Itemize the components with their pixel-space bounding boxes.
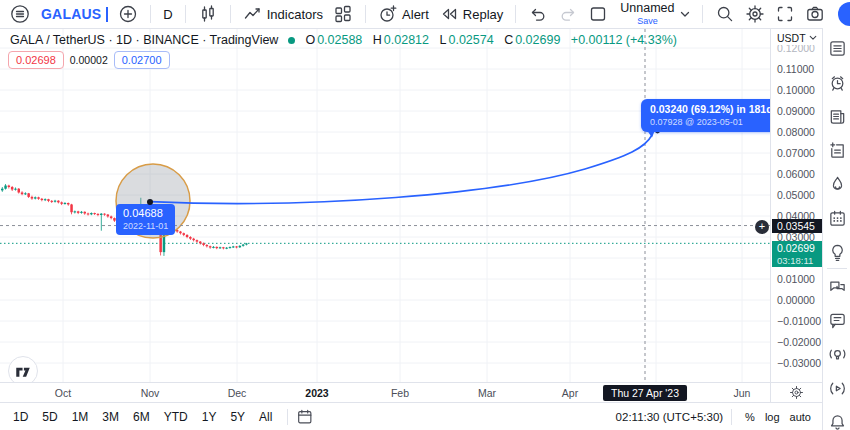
layout-name-block: Unnamed Save [620, 2, 674, 26]
percent-scale-button[interactable]: % [740, 409, 760, 425]
calendar-icon[interactable] [827, 208, 847, 228]
time-axis[interactable]: OctNovDec2023FebMarAprJun Thu 27 Apr '23 [0, 382, 770, 402]
candle-body [34, 197, 37, 198]
candle-body [245, 244, 248, 245]
candle-body [80, 212, 83, 213]
candle-body [4, 186, 7, 189]
hotlists-icon[interactable] [827, 174, 847, 194]
log-scale-button[interactable]: log [760, 409, 785, 425]
candle-body [37, 197, 40, 198]
price-axis-label: 0.00000 [777, 294, 815, 306]
quick-search-button[interactable] [710, 2, 740, 26]
crosshair-price-badge: 0.03545 [772, 219, 822, 233]
time-axis-label: Dec [228, 387, 247, 399]
toolbar-divider [287, 409, 288, 425]
range-button-6m[interactable]: 6M [126, 407, 157, 427]
main-menu-button[interactable] [4, 1, 36, 27]
range-button-ytd[interactable]: YTD [157, 407, 195, 427]
toolbar-divider [515, 5, 516, 23]
snapshot-button[interactable] [800, 2, 830, 26]
range-button-1d[interactable]: 1D [6, 407, 35, 427]
replay-icon [439, 4, 459, 24]
watchlist-icon[interactable] [827, 38, 847, 58]
settings-button[interactable] [740, 2, 770, 26]
candle-body [44, 199, 47, 200]
chart-style-button[interactable] [193, 2, 223, 26]
range-button-3m[interactable]: 3M [95, 407, 126, 427]
projection-start-dot[interactable] [147, 199, 153, 205]
notes-icon[interactable] [827, 140, 847, 160]
candle-body [31, 197, 34, 199]
publish-button[interactable]: Publish [838, 2, 850, 26]
interval-button[interactable]: D [158, 5, 177, 24]
close-value: 0.02699 [515, 33, 560, 47]
candle-body [239, 246, 242, 247]
toolbar-divider [731, 409, 732, 425]
crosshair-add-alert-button[interactable]: + [755, 220, 769, 234]
price-axis[interactable]: USDT 0.120000.110000.100000.090000.08000… [770, 28, 822, 382]
public-chat-icon[interactable] [827, 276, 847, 296]
anchor-date: 2022-11-01 [123, 221, 168, 232]
range-button-all[interactable]: All [252, 407, 279, 427]
candle-body [110, 216, 113, 218]
alert-clock-icon [378, 4, 398, 24]
indicators-label: Indicators [267, 7, 323, 22]
fullscreen-button[interactable] [770, 2, 800, 26]
sell-price-tag[interactable]: 0.02698 [8, 51, 64, 69]
save-link[interactable]: Save [637, 17, 658, 26]
candle-body [54, 201, 57, 202]
symbol-search-button[interactable]: GALAUS [36, 4, 113, 24]
candle-body [97, 214, 100, 215]
candle-body [57, 201, 60, 203]
anchor-price: 0.04688 [123, 207, 168, 221]
layout-name-button[interactable]: Unnamed Save [613, 0, 695, 28]
candle-body [41, 199, 44, 200]
grid-layout-icon [333, 4, 353, 24]
time-axis-label: Feb [391, 387, 409, 399]
redo-icon [558, 4, 578, 24]
ideas-icon[interactable] [827, 242, 847, 262]
compare-symbol-button[interactable] [113, 2, 143, 26]
candle-body [202, 243, 205, 245]
candle-body [225, 248, 228, 249]
notifications-bell-icon[interactable] [827, 412, 847, 430]
layout-select-button[interactable] [583, 2, 613, 26]
candle-body [18, 189, 21, 193]
alerts-icon[interactable] [827, 72, 847, 92]
projection-callout[interactable]: 0.03240 (69.12%) in 181d 0.07928 @ 2023-… [641, 99, 782, 132]
private-chat-icon[interactable] [827, 310, 847, 330]
time-axis-label: Jun [734, 387, 751, 399]
goto-date-icon[interactable] [296, 408, 314, 426]
redo-button[interactable] [553, 2, 583, 26]
axis-gear-icon[interactable] [789, 385, 804, 400]
price-axis-label: 0.06000 [777, 168, 815, 180]
toolbar-divider [185, 5, 186, 23]
indicators-button[interactable]: Indicators [238, 2, 328, 26]
news-icon[interactable] [827, 106, 847, 126]
alert-button[interactable]: Alert [373, 2, 434, 26]
range-button-5y[interactable]: 5Y [223, 407, 252, 427]
ideas-stream-icon[interactable] [827, 344, 847, 364]
interval-label: D [163, 7, 172, 22]
undo-button[interactable] [523, 2, 553, 26]
symbol-title[interactable]: GALA / TetherUS · 1D · BINANCE · Trading… [10, 33, 278, 47]
alert-label: Alert [402, 7, 429, 22]
candle-body [1, 189, 4, 191]
buy-price-tag[interactable]: 0.02700 [114, 51, 170, 69]
toolbar-divider [365, 5, 366, 23]
range-button-1m[interactable]: 1M [65, 407, 96, 427]
camera-icon [805, 4, 825, 24]
range-button-1y[interactable]: 1Y [195, 407, 224, 427]
streams-icon[interactable] [827, 378, 847, 398]
range-button-5d[interactable]: 5D [35, 407, 64, 427]
replay-button[interactable]: Replay [434, 2, 508, 26]
high-value: 0.02812 [384, 33, 429, 47]
projection-anchor-label[interactable]: 0.04688 2022-11-01 [116, 204, 175, 235]
auto-scale-button[interactable]: auto [785, 409, 816, 425]
axis-settings-corner [770, 382, 822, 402]
clock-timezone[interactable]: 02:11:30 (UTC+5:30) [616, 411, 724, 423]
candle-body [70, 204, 73, 212]
indicator-templates-button[interactable] [328, 2, 358, 26]
change-value: +0.00112 (+4.33%) [571, 33, 677, 47]
currency-dropdown[interactable]: USDT [771, 30, 822, 45]
